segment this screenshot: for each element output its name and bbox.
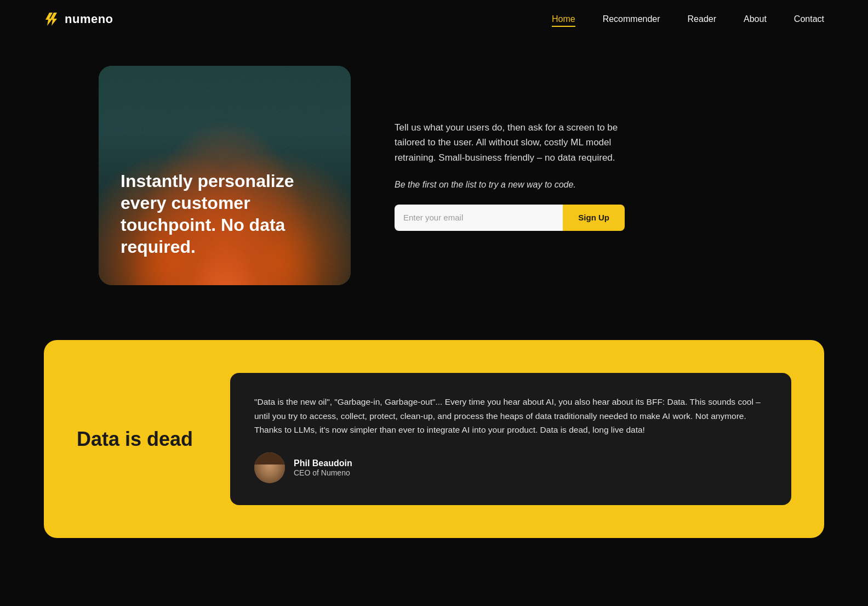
logo-area[interactable]: numeno [44, 12, 113, 27]
author-name: Phil Beaudoin [294, 458, 352, 468]
nav-item-about[interactable]: About [744, 14, 767, 24]
brand-name: numeno [65, 12, 113, 26]
nav-item-reader[interactable]: Reader [688, 14, 716, 24]
author-info: Phil Beaudoin CEO of Numeno [294, 458, 352, 477]
email-input[interactable] [395, 205, 563, 231]
hero-card-heading: Instantly personalize every customer tou… [121, 170, 329, 258]
logo-bolt-icon [44, 12, 59, 27]
hero-tagline: Be the first on the list to try a new wa… [395, 178, 769, 191]
nav-link-reader[interactable]: Reader [688, 14, 716, 24]
data-quote-text: "Data is the new oil", "Garbage-in, Garb… [254, 395, 767, 437]
author-title: CEO of Numeno [294, 468, 352, 477]
hero-section: Instantly personalize every customer tou… [0, 38, 868, 318]
author-avatar [254, 452, 285, 483]
navbar: numeno Home Recommender Reader About Con… [0, 0, 868, 38]
nav-item-recommender[interactable]: Recommender [603, 14, 660, 24]
nav-link-about[interactable]: About [744, 14, 767, 24]
nav-link-recommender[interactable]: Recommender [603, 14, 660, 24]
data-section-title: Data is dead [77, 427, 197, 451]
hero-right-content: Tell us what your users do, then ask for… [395, 120, 769, 231]
hero-description: Tell us what your users do, then ask for… [395, 120, 625, 165]
email-signup-form: Sign Up [395, 205, 625, 231]
quote-author: Phil Beaudoin CEO of Numeno [254, 452, 767, 483]
data-quote-card: "Data is the new oil", "Garbage-in, Garb… [230, 373, 791, 505]
nav-item-home[interactable]: Home [552, 14, 575, 24]
nav-link-home[interactable]: Home [552, 14, 575, 27]
nav-links: Home Recommender Reader About Contact [552, 14, 824, 24]
avatar-hair [254, 452, 285, 465]
logo-icon [44, 12, 59, 27]
nav-link-contact[interactable]: Contact [794, 14, 824, 24]
data-section: Data is dead "Data is the new oil", "Gar… [44, 340, 824, 538]
hero-card: Instantly personalize every customer tou… [99, 66, 351, 285]
signup-button[interactable]: Sign Up [563, 205, 625, 231]
nav-item-contact[interactable]: Contact [794, 14, 824, 24]
